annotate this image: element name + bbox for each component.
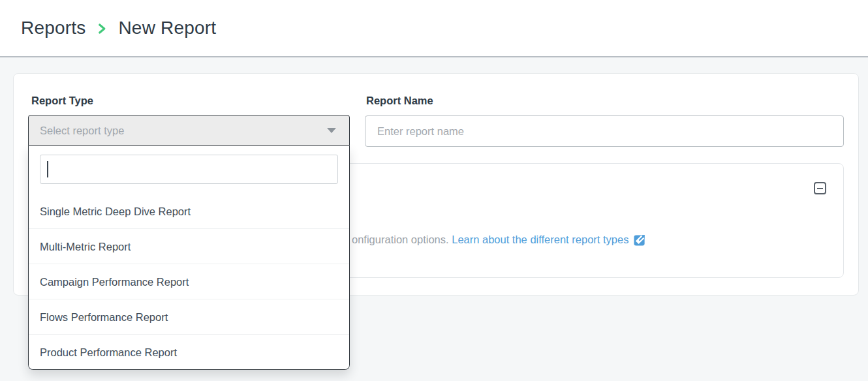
dropdown-search-box[interactable]: [40, 155, 338, 184]
report-name-label: Report Name: [366, 95, 433, 107]
option-single-metric-deep-dive[interactable]: Single Metric Deep Dive Report: [29, 194, 349, 229]
report-types-link[interactable]: Learn about the different report types: [452, 232, 628, 247]
option-flows-performance[interactable]: Flows Performance Report: [29, 299, 349, 335]
config-hint-text: onfiguration options. Learn about the di…: [352, 232, 646, 247]
report-type-select[interactable]: Select report type: [28, 115, 350, 146]
collapse-panel-button[interactable]: [814, 182, 826, 194]
report-type-dropdown: Single Metric Deep Dive Report Multi-Met…: [28, 146, 350, 370]
breadcrumb-item-reports[interactable]: Reports: [21, 18, 85, 38]
option-campaign-performance[interactable]: Campaign Performance Report: [29, 264, 349, 299]
chevron-right-icon: [97, 22, 106, 36]
option-multi-metric[interactable]: Multi-Metric Report: [29, 229, 349, 264]
breadcrumb: Reports New Report: [21, 0, 216, 56]
hint-text-fragment: onfiguration options.: [352, 232, 452, 247]
report-name-input[interactable]: [365, 115, 844, 147]
external-link-icon[interactable]: [634, 234, 646, 246]
report-type-placeholder: Select report type: [40, 125, 327, 137]
caret-down-icon: [327, 128, 336, 133]
dropdown-options-list: Single Metric Deep Dive Report Multi-Met…: [29, 194, 349, 370]
report-type-label: Report Type: [31, 95, 93, 107]
dropdown-search-input[interactable]: [48, 163, 332, 175]
breadcrumb-item-new-report: New Report: [118, 18, 216, 38]
minus-icon: [817, 188, 823, 189]
option-product-performance[interactable]: Product Performance Report: [29, 335, 349, 370]
page-header: Reports New Report: [0, 0, 868, 57]
